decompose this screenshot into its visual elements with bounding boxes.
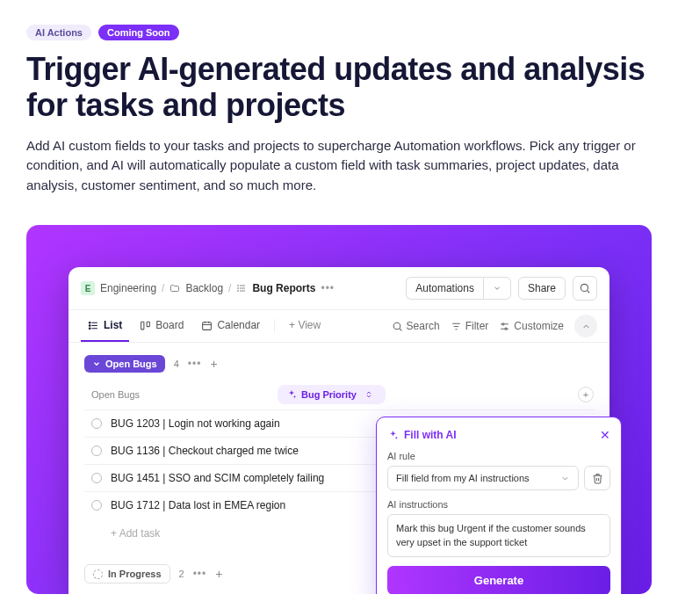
group-add-button[interactable]: + xyxy=(210,357,217,371)
breadcrumb: E Engineering / Backlog / Bug Reports ••… xyxy=(81,281,335,295)
ai-rule-value: Fill field from my AI instructions xyxy=(396,473,530,483)
delete-rule-button[interactable] xyxy=(584,466,610,490)
breadcrumb-sep: / xyxy=(228,282,231,294)
popover-header: Fill with AI ✕ xyxy=(387,428,610,442)
list-icon xyxy=(236,283,247,294)
calendar-view-icon xyxy=(201,320,213,331)
popover-title: Fill with AI xyxy=(387,429,457,441)
group-count-open-bugs: 4 xyxy=(174,359,179,369)
group-chip-in-progress-label: In Progress xyxy=(108,569,162,579)
automations-button-group: Automations xyxy=(406,277,511,300)
top-actions: Automations Share xyxy=(406,276,597,301)
board-view-icon xyxy=(140,320,151,331)
svg-point-20 xyxy=(393,322,400,330)
app-window: E Engineering / Backlog / Bug Reports ••… xyxy=(69,267,609,594)
screenshot-frame: E Engineering / Backlog / Bug Reports ••… xyxy=(26,225,652,594)
svg-point-4 xyxy=(238,288,239,289)
badge-row: AI Actions Coming Soon xyxy=(26,25,652,40)
group-count-in-progress: 2 xyxy=(179,569,184,579)
ai-rule-label: AI rule xyxy=(387,451,610,461)
automations-dropdown-button[interactable] xyxy=(483,277,511,300)
status-circle-icon[interactable] xyxy=(91,418,102,429)
space-avatar[interactable]: E xyxy=(81,281,95,295)
list-view-icon xyxy=(88,320,99,331)
sort-icon xyxy=(364,390,373,399)
automations-button[interactable]: Automations xyxy=(406,277,483,300)
view-tools: Search Filter Customize xyxy=(392,315,597,337)
breadcrumb-list[interactable]: Bug Reports xyxy=(252,282,315,294)
customize-tool[interactable]: Customize xyxy=(499,320,564,332)
search-tool[interactable]: Search xyxy=(392,320,440,332)
task-title: BUG 1136 | Checkout charged me twice xyxy=(111,445,299,457)
search-icon xyxy=(392,321,403,332)
hero-subtitle: Add AI custom fields to your tasks and p… xyxy=(26,136,641,196)
breadcrumb-space[interactable]: Engineering xyxy=(100,282,156,294)
view-tab-list[interactable]: List xyxy=(81,310,129,342)
sparkle-icon xyxy=(286,389,297,400)
chevron-down-icon xyxy=(560,474,570,483)
close-icon[interactable]: ✕ xyxy=(600,428,610,442)
svg-point-11 xyxy=(89,322,90,323)
svg-point-26 xyxy=(502,322,504,324)
task-title: BUG 1712 | Data lost in EMEA region xyxy=(111,499,285,511)
task-title: BUG 1451 | SSO and SCIM completely faili… xyxy=(111,472,324,484)
group-chip-in-progress[interactable]: In Progress xyxy=(84,564,170,583)
customize-label: Customize xyxy=(514,320,564,332)
ai-instructions-label: AI instructions xyxy=(387,499,610,510)
status-circle-icon[interactable] xyxy=(91,500,102,511)
breadcrumb-sep: / xyxy=(162,282,164,294)
breadcrumb-folder[interactable]: Backlog xyxy=(185,282,223,294)
breadcrumb-more-icon[interactable]: ••• xyxy=(321,282,335,294)
svg-point-6 xyxy=(581,285,588,292)
view-tab-list-label: List xyxy=(104,319,122,331)
column-bug-priority[interactable]: Bug Priority xyxy=(278,385,386,404)
hero-title: Trigger AI-generated updates and analysi… xyxy=(26,51,652,124)
coming-soon-badge: Coming Soon xyxy=(98,25,179,40)
ai-rule-row: Fill field from my AI instructions xyxy=(387,466,610,490)
svg-point-5 xyxy=(238,291,239,292)
svg-rect-14 xyxy=(141,322,144,330)
view-tab-board[interactable]: Board xyxy=(133,310,191,342)
filter-icon xyxy=(451,321,462,332)
ai-actions-badge: AI Actions xyxy=(26,25,91,40)
fill-with-ai-popover: Fill with AI ✕ AI rule Fill field from m… xyxy=(376,417,622,594)
ai-rule-select[interactable]: Fill field from my AI instructions xyxy=(387,466,579,490)
group-more-icon[interactable]: ••• xyxy=(188,358,202,370)
search-top-button[interactable] xyxy=(573,276,597,301)
svg-point-12 xyxy=(89,324,90,326)
group-chip-open-bugs-label: Open Bugs xyxy=(105,359,157,369)
svg-point-13 xyxy=(89,328,90,330)
group-chip-open-bugs[interactable]: Open Bugs xyxy=(84,355,165,373)
status-circle-icon[interactable] xyxy=(91,473,102,483)
folder-icon xyxy=(170,283,180,294)
topbar: E Engineering / Backlog / Bug Reports ••… xyxy=(69,267,609,310)
collapse-button[interactable] xyxy=(574,315,597,337)
customize-icon xyxy=(499,321,510,332)
viewbar: List Board Calendar + View xyxy=(69,310,609,343)
generate-button[interactable]: Generate xyxy=(387,566,610,594)
filter-label: Filter xyxy=(465,320,489,332)
group-add-button[interactable]: + xyxy=(215,567,222,581)
svg-line-7 xyxy=(588,291,590,294)
svg-line-21 xyxy=(400,329,401,330)
filter-tool[interactable]: Filter xyxy=(451,320,489,332)
view-tab-board-label: Board xyxy=(155,319,184,331)
search-label: Search xyxy=(407,320,440,332)
view-separator xyxy=(274,319,275,333)
ai-instructions-input[interactable]: Mark this bug Urgent if the customer sou… xyxy=(387,514,610,557)
column-bug-priority-label: Bug Priority xyxy=(301,389,357,400)
task-title: BUG 1203 | Login not working again xyxy=(111,417,280,430)
view-tab-calendar-label: Calendar xyxy=(217,319,260,331)
share-button[interactable]: Share xyxy=(518,277,566,300)
views: List Board Calendar + View xyxy=(81,310,328,342)
group-more-icon[interactable]: ••• xyxy=(193,568,207,580)
svg-point-3 xyxy=(238,286,239,286)
column-name[interactable]: Open Bugs xyxy=(84,389,278,400)
add-column-button[interactable]: + xyxy=(578,387,594,402)
add-view-button[interactable]: + View xyxy=(282,310,328,342)
svg-rect-15 xyxy=(147,322,149,326)
svg-rect-16 xyxy=(203,322,212,330)
view-tab-calendar[interactable]: Calendar xyxy=(194,310,267,342)
status-circle-icon[interactable] xyxy=(91,446,102,456)
group-header-open-bugs: Open Bugs 4 ••• + xyxy=(84,355,594,373)
